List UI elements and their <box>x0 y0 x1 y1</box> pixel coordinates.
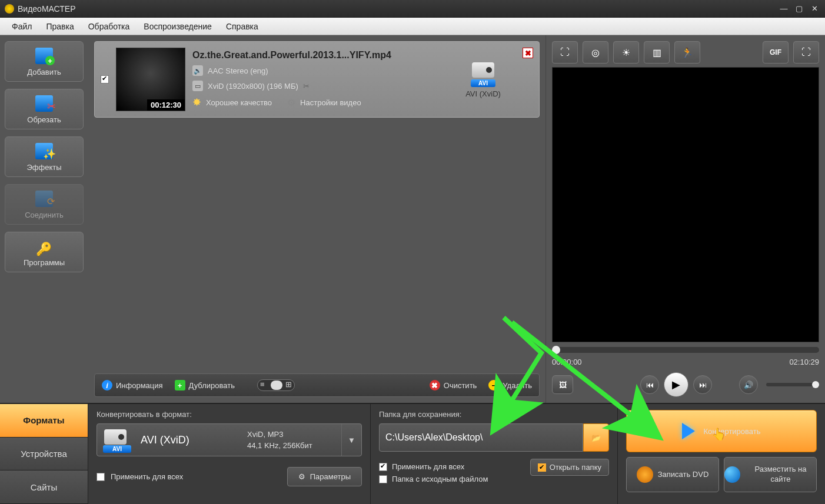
selected-format-name: AVI (XviD) <box>137 434 247 446</box>
brightness-button[interactable]: ☀ <box>613 41 639 64</box>
gear-icon: ⚙ <box>298 472 305 481</box>
list-toolbar: iИнформация +Дублировать ✖Очистить −Удал… <box>94 373 540 397</box>
format-badge: AVI <box>471 79 495 87</box>
cut-button[interactable]: ✂ Обрезать <box>5 89 84 129</box>
snapshot-button[interactable]: 🖼 <box>552 375 573 394</box>
app-logo-icon <box>5 4 14 14</box>
publish-button[interactable]: Разместить на сайте <box>724 457 817 492</box>
output-tabs: Форматы Устройства Сайты <box>0 404 88 504</box>
duplicate-button[interactable]: +Дублировать <box>175 380 235 390</box>
crop-button[interactable]: ⛶ <box>552 41 578 64</box>
menu-help[interactable]: Справка <box>219 19 265 34</box>
browse-folder-button[interactable]: 📂 <box>583 423 609 452</box>
file-list: 00:12:30 Oz.the.Great.and.Powerful.2013.… <box>94 41 540 368</box>
seek-slider[interactable] <box>552 347 819 353</box>
effects-button[interactable]: ✨ Эффекты <box>5 136 84 177</box>
info-icon: i <box>102 380 112 390</box>
format-camera-icon[interactable]: AVI <box>468 61 498 87</box>
menu-playback[interactable]: Воспроизведение <box>137 19 219 34</box>
save-path-input[interactable]: C:\Users\Alex\Desktop\ <box>379 423 583 452</box>
preview-panel: ⛶ ◎ ☀ ▥ 🏃 GIF ⛶ 00:00:00 02:10:29 🖼 ⏮ ▶ … <box>545 35 825 403</box>
app-title: ВидеоМАСТЕР <box>18 4 774 14</box>
file-format-label: AVI (XviD) <box>451 89 515 98</box>
chevron-down-icon[interactable]: ▼ <box>341 424 361 456</box>
mute-button[interactable]: 🔊 <box>739 375 758 394</box>
menu-edit[interactable]: Правка <box>39 19 81 34</box>
close-window-button[interactable]: ✕ <box>809 5 820 13</box>
quality-star-icon: ✸ <box>192 96 201 109</box>
clear-icon: ✖ <box>430 380 440 390</box>
apply-all-format-checkbox[interactable] <box>97 473 105 481</box>
tab-devices[interactable]: Устройства <box>0 438 88 471</box>
format-selector[interactable]: AVI AVI (XviD) XviD, MP344,1 KHz, 256Кби… <box>97 423 362 456</box>
scissors-film-icon: ✂ <box>32 94 56 113</box>
menu-process[interactable]: Обработка <box>81 19 137 34</box>
gif-button[interactable]: GIF <box>763 41 789 64</box>
fullscreen-button[interactable]: ⛶ <box>793 41 819 64</box>
next-button[interactable]: ⏭ <box>693 375 712 394</box>
play-button[interactable]: ▶ <box>664 372 688 397</box>
check-icon: ✔ <box>538 463 546 472</box>
menu-file[interactable]: Файл <box>5 19 39 34</box>
minus-icon: − <box>488 380 499 390</box>
same-folder-label: Папка с исходным файлом <box>392 475 488 483</box>
join-button[interactable]: ⟳ Соединить <box>5 184 84 225</box>
speed-button[interactable]: 🏃 <box>674 41 700 64</box>
join-film-icon: ⟳ <box>32 189 56 208</box>
add-film-icon: + <box>32 46 56 65</box>
enhance-button[interactable]: ◎ <box>583 41 608 64</box>
save-panel: Папка для сохранения: C:\Users\Alex\Desk… <box>371 404 618 504</box>
folder-icon: 📂 <box>591 433 601 442</box>
sidebar: + Добавить ✂ Обрезать ✨ Эффекты ⟳ Соедин… <box>0 35 88 403</box>
maximize-button[interactable]: ▢ <box>793 5 805 13</box>
volume-slider[interactable] <box>766 383 819 386</box>
save-panel-label: Папка для сохранения: <box>379 410 609 419</box>
clip-button[interactable]: ▥ <box>644 41 670 64</box>
tab-sites[interactable]: Сайты <box>0 470 88 504</box>
file-thumbnail[interactable]: 00:12:30 <box>116 48 185 111</box>
clear-button[interactable]: ✖Очистить <box>430 380 477 390</box>
wand-film-icon: ✨ <box>32 142 56 161</box>
view-toggle[interactable] <box>257 379 295 391</box>
delete-button[interactable]: −Удалить <box>488 380 532 390</box>
video-icon: ▭ <box>192 81 203 91</box>
info-button[interactable]: iИнформация <box>102 380 163 390</box>
video-preview[interactable] <box>552 67 819 342</box>
programs-label: Программы <box>24 258 65 267</box>
format-panel-label: Конвертировать в формат: <box>97 410 362 419</box>
tab-formats[interactable]: Форматы <box>0 404 88 438</box>
parameters-button[interactable]: ⚙Параметры <box>287 467 362 486</box>
file-settings[interactable]: Настройки видео <box>300 98 361 107</box>
file-row[interactable]: 00:12:30 Oz.the.Great.and.Powerful.2013.… <box>94 41 540 118</box>
file-quality: Хорошее качество <box>206 98 272 107</box>
total-time: 02:10:29 <box>789 358 819 366</box>
menubar: Файл Правка Обработка Воспроизведение Сп… <box>0 18 825 35</box>
dvd-icon <box>637 466 653 483</box>
file-checkbox[interactable] <box>101 75 109 84</box>
apply-all-save-checkbox[interactable] <box>379 463 387 471</box>
format-panel: Конвертировать в формат: AVI AVI (XviD) … <box>88 404 371 504</box>
apply-all-save-label: Применить для всех <box>392 462 464 471</box>
play-triangle-icon <box>682 423 695 439</box>
cut-small-icon[interactable]: ✂ <box>303 82 310 91</box>
join-label: Соединить <box>25 211 64 219</box>
add-label: Добавить <box>27 68 61 76</box>
effects-label: Эффекты <box>26 163 61 172</box>
action-panel: Конвертировать Записать DVD Разместить н… <box>618 404 825 504</box>
add-button[interactable]: + Добавить <box>5 41 84 82</box>
file-title: Oz.the.Great.and.Powerful.2013.1...YIFY.… <box>192 50 444 61</box>
convert-button[interactable]: Конвертировать <box>626 410 817 452</box>
open-folder-button[interactable]: ✔Открыть папку <box>530 459 609 476</box>
cut-label: Обрезать <box>27 115 61 124</box>
prev-button[interactable]: ⏮ <box>640 375 659 394</box>
remove-file-button[interactable]: ✖ <box>523 48 533 58</box>
file-audio: AAC Stereo (eng) <box>208 66 268 75</box>
gear-icon[interactable]: ⚙ <box>287 97 295 108</box>
current-time: 00:00:00 <box>552 358 582 366</box>
titlebar: ВидеоМАСТЕР — ▢ ✕ <box>0 0 825 18</box>
programs-button[interactable]: 🔑 Программы <box>5 232 84 272</box>
burn-dvd-button[interactable]: Записать DVD <box>626 457 719 492</box>
same-folder-checkbox[interactable] <box>379 475 387 483</box>
minimize-button[interactable]: — <box>778 5 790 13</box>
apply-all-format-label: Применить для всех <box>111 472 183 481</box>
